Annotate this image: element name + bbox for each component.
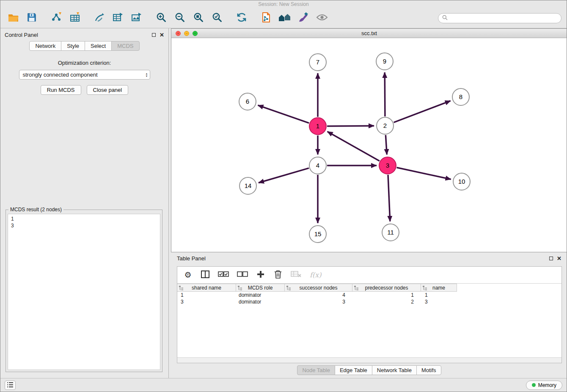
show-details-button[interactable] — [314, 11, 330, 26]
save-session-button[interactable] — [24, 11, 39, 26]
import-network-button[interactable] — [49, 11, 64, 26]
tab-node-table[interactable]: Node Table — [297, 365, 335, 375]
network-document-button[interactable] — [259, 11, 274, 26]
column-type-icon — [423, 286, 427, 292]
window-close-icon[interactable]: × — [176, 31, 181, 36]
show-panels-button[interactable] — [5, 381, 16, 390]
close-panel-icon[interactable]: ✕ — [160, 32, 164, 38]
window-traffic-lights: × − + — [176, 31, 198, 36]
window-zoom-icon[interactable]: + — [193, 31, 198, 36]
graph-node-label-9: 9 — [383, 58, 386, 65]
mcds-result-list[interactable]: 13 — [8, 214, 160, 370]
export-image-button[interactable] — [129, 11, 144, 26]
column-header-mcds-role[interactable]: MCDS role — [236, 284, 285, 292]
trash-icon — [274, 270, 282, 281]
column-label: successor nodes — [299, 285, 337, 291]
graph-edge-4-14[interactable] — [259, 168, 309, 183]
tab-mcds[interactable]: MCDS — [111, 41, 139, 51]
graph-edge-3-11[interactable] — [388, 175, 390, 221]
tab-network[interactable]: Network — [29, 41, 61, 51]
tab-edge-table[interactable]: Edge Table — [335, 365, 372, 375]
float-panel-icon[interactable] — [152, 33, 156, 37]
network-from-selection-button[interactable] — [92, 11, 107, 26]
search-field[interactable] — [438, 13, 561, 23]
network-canvas[interactable]: 7968124314101511 — [171, 38, 567, 252]
graph-edge-3-10[interactable] — [397, 168, 451, 179]
list-icon — [7, 381, 13, 389]
table-cell: dominator — [236, 298, 285, 305]
graph-edge-2-9[interactable] — [385, 72, 385, 116]
open-folder-icon — [8, 12, 19, 24]
function-builder-button[interactable]: f(x) — [310, 270, 321, 280]
column-header-predecessor-nodes[interactable]: predecessor nodes — [352, 284, 421, 292]
paint-brush-icon — [298, 12, 309, 25]
image-arrow-icon — [131, 12, 142, 25]
table-body: 1dominator4113dominator323 — [177, 292, 561, 305]
table-row[interactable]: 3dominator323 — [177, 298, 561, 305]
zoom-fit-button[interactable] — [191, 11, 206, 26]
node-table-container: ⚙ f(x) shared name MCDS role successor n… — [177, 266, 562, 363]
graph-edge-1-6[interactable] — [258, 105, 309, 123]
column-label: MCDS role — [248, 285, 273, 291]
refresh-button[interactable] — [234, 11, 249, 26]
zoom-in-button[interactable] — [154, 11, 169, 26]
control-panel-header: Control Panel ✕ — [0, 28, 168, 41]
close-table-panel-icon[interactable]: ✕ — [557, 256, 561, 261]
graph-edge-1-2[interactable] — [327, 126, 374, 126]
import-table-button[interactable] — [67, 11, 83, 26]
save-floppy-icon — [27, 12, 37, 24]
column-type-icon — [286, 286, 291, 292]
delete-table-button[interactable] — [291, 270, 302, 280]
export-table-button[interactable] — [110, 11, 126, 26]
graph-node-label-8: 8 — [459, 93, 462, 100]
search-input[interactable] — [450, 15, 557, 21]
table-arrow-icon — [113, 12, 124, 25]
tab-select[interactable]: Select — [85, 41, 112, 51]
table-panel-title: Table Panel — [177, 255, 206, 262]
table-header-row: shared name MCDS role successor nodes pr… — [177, 283, 561, 292]
style-brush-button[interactable] — [296, 11, 311, 26]
zoom-fit-icon — [193, 12, 204, 25]
float-table-panel-icon[interactable] — [549, 257, 553, 260]
status-bar: Memory — [0, 378, 567, 392]
zoom-out-icon — [174, 12, 185, 25]
column-type-icon — [238, 286, 242, 292]
table-cell: 2 — [352, 298, 421, 305]
memory-button[interactable]: Memory — [526, 381, 562, 390]
create-column-button[interactable] — [256, 270, 265, 280]
tab-motifs[interactable]: Motifs — [416, 365, 441, 375]
column-header-shared-name[interactable]: shared name — [177, 284, 236, 292]
table-row[interactable]: 1dominator411 — [177, 292, 561, 298]
table-cell: 3 — [177, 298, 236, 305]
window-minimize-icon[interactable]: − — [184, 31, 189, 36]
zoom-selected-button[interactable] — [209, 11, 225, 26]
deselect-all-button[interactable] — [237, 270, 248, 280]
network-graph[interactable]: 7968124314101511 — [171, 38, 567, 252]
neighbors-button[interactable] — [277, 11, 292, 26]
table-cell: 3 — [285, 298, 352, 305]
criterion-select[interactable]: strongly connected component ▲ ▼ — [19, 70, 150, 80]
network-window-titlebar[interactable]: scc.txt × − + — [171, 29, 567, 38]
graph-edge-2-3[interactable] — [385, 135, 387, 155]
tab-network-table[interactable]: Network Table — [372, 365, 417, 375]
show-columns-button[interactable] — [201, 270, 210, 280]
select-all-button[interactable] — [218, 270, 229, 280]
close-panel-button[interactable]: Close panel — [87, 85, 129, 95]
tab-style[interactable]: Style — [61, 41, 85, 51]
column-header-name[interactable]: name — [421, 284, 457, 292]
table-horizontal-scrollbar[interactable] — [177, 357, 561, 363]
graph-node-label-2: 2 — [383, 122, 387, 129]
column-header-successor-nodes[interactable]: successor nodes — [285, 284, 352, 292]
graph-edge-3-1[interactable] — [328, 132, 380, 161]
open-session-button[interactable] — [6, 11, 21, 26]
app-titlebar[interactable]: Session: New Session — [0, 0, 567, 8]
table-settings-button[interactable]: ⚙ — [183, 270, 193, 280]
graph-node-label-15: 15 — [314, 230, 322, 237]
checked-boxes-icon — [218, 271, 229, 279]
delete-column-button[interactable] — [273, 270, 283, 280]
memory-status-dot — [532, 383, 536, 387]
table-cell: 1 — [352, 292, 421, 298]
graph-edge-2-8[interactable] — [394, 101, 451, 122]
zoom-out-button[interactable] — [172, 11, 187, 26]
run-mcds-button[interactable]: Run MCDS — [41, 85, 81, 95]
